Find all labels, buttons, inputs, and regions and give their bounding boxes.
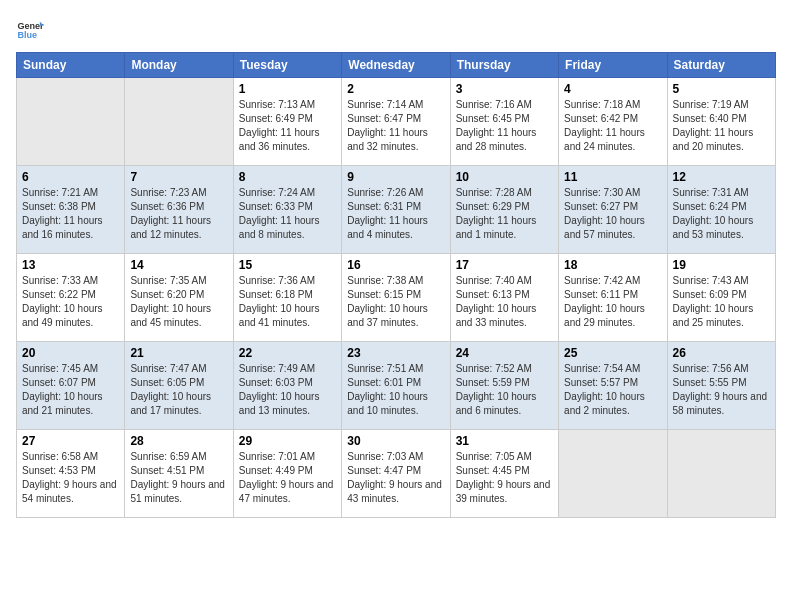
day-info: Sunrise: 7:13 AMSunset: 6:49 PMDaylight:… <box>239 98 336 154</box>
calendar-week-row: 27Sunrise: 6:58 AMSunset: 4:53 PMDayligh… <box>17 430 776 518</box>
calendar-cell: 20Sunrise: 7:45 AMSunset: 6:07 PMDayligh… <box>17 342 125 430</box>
day-info: Sunrise: 7:26 AMSunset: 6:31 PMDaylight:… <box>347 186 444 242</box>
weekday-header: Friday <box>559 53 667 78</box>
logo: General Blue <box>16 16 48 44</box>
day-number: 3 <box>456 82 553 96</box>
day-info: Sunrise: 7:36 AMSunset: 6:18 PMDaylight:… <box>239 274 336 330</box>
weekday-header: Tuesday <box>233 53 341 78</box>
day-number: 30 <box>347 434 444 448</box>
calendar-cell: 13Sunrise: 7:33 AMSunset: 6:22 PMDayligh… <box>17 254 125 342</box>
day-number: 21 <box>130 346 227 360</box>
calendar-cell: 28Sunrise: 6:59 AMSunset: 4:51 PMDayligh… <box>125 430 233 518</box>
calendar-cell: 26Sunrise: 7:56 AMSunset: 5:55 PMDayligh… <box>667 342 775 430</box>
day-info: Sunrise: 7:21 AMSunset: 6:38 PMDaylight:… <box>22 186 119 242</box>
day-number: 29 <box>239 434 336 448</box>
day-number: 15 <box>239 258 336 272</box>
day-number: 8 <box>239 170 336 184</box>
day-number: 28 <box>130 434 227 448</box>
calendar-cell: 21Sunrise: 7:47 AMSunset: 6:05 PMDayligh… <box>125 342 233 430</box>
day-info: Sunrise: 7:03 AMSunset: 4:47 PMDaylight:… <box>347 450 444 506</box>
day-info: Sunrise: 7:40 AMSunset: 6:13 PMDaylight:… <box>456 274 553 330</box>
calendar-body: 1Sunrise: 7:13 AMSunset: 6:49 PMDaylight… <box>17 78 776 518</box>
day-number: 10 <box>456 170 553 184</box>
day-info: Sunrise: 7:47 AMSunset: 6:05 PMDaylight:… <box>130 362 227 418</box>
day-number: 26 <box>673 346 770 360</box>
calendar-cell: 27Sunrise: 6:58 AMSunset: 4:53 PMDayligh… <box>17 430 125 518</box>
day-number: 22 <box>239 346 336 360</box>
day-number: 24 <box>456 346 553 360</box>
calendar-cell: 8Sunrise: 7:24 AMSunset: 6:33 PMDaylight… <box>233 166 341 254</box>
calendar-week-row: 13Sunrise: 7:33 AMSunset: 6:22 PMDayligh… <box>17 254 776 342</box>
calendar-cell: 12Sunrise: 7:31 AMSunset: 6:24 PMDayligh… <box>667 166 775 254</box>
day-info: Sunrise: 7:31 AMSunset: 6:24 PMDaylight:… <box>673 186 770 242</box>
calendar-cell <box>667 430 775 518</box>
day-info: Sunrise: 7:51 AMSunset: 6:01 PMDaylight:… <box>347 362 444 418</box>
day-info: Sunrise: 7:24 AMSunset: 6:33 PMDaylight:… <box>239 186 336 242</box>
day-info: Sunrise: 7:49 AMSunset: 6:03 PMDaylight:… <box>239 362 336 418</box>
day-info: Sunrise: 6:59 AMSunset: 4:51 PMDaylight:… <box>130 450 227 506</box>
calendar-cell: 18Sunrise: 7:42 AMSunset: 6:11 PMDayligh… <box>559 254 667 342</box>
calendar-cell: 22Sunrise: 7:49 AMSunset: 6:03 PMDayligh… <box>233 342 341 430</box>
calendar-cell: 6Sunrise: 7:21 AMSunset: 6:38 PMDaylight… <box>17 166 125 254</box>
day-info: Sunrise: 6:58 AMSunset: 4:53 PMDaylight:… <box>22 450 119 506</box>
day-info: Sunrise: 7:38 AMSunset: 6:15 PMDaylight:… <box>347 274 444 330</box>
day-info: Sunrise: 7:16 AMSunset: 6:45 PMDaylight:… <box>456 98 553 154</box>
calendar-cell: 5Sunrise: 7:19 AMSunset: 6:40 PMDaylight… <box>667 78 775 166</box>
calendar-cell: 23Sunrise: 7:51 AMSunset: 6:01 PMDayligh… <box>342 342 450 430</box>
calendar-header-row: SundayMondayTuesdayWednesdayThursdayFrid… <box>17 53 776 78</box>
calendar-cell: 19Sunrise: 7:43 AMSunset: 6:09 PMDayligh… <box>667 254 775 342</box>
day-number: 17 <box>456 258 553 272</box>
calendar-cell: 29Sunrise: 7:01 AMSunset: 4:49 PMDayligh… <box>233 430 341 518</box>
calendar-cell: 10Sunrise: 7:28 AMSunset: 6:29 PMDayligh… <box>450 166 558 254</box>
day-number: 2 <box>347 82 444 96</box>
calendar-cell: 11Sunrise: 7:30 AMSunset: 6:27 PMDayligh… <box>559 166 667 254</box>
day-number: 16 <box>347 258 444 272</box>
calendar-cell: 25Sunrise: 7:54 AMSunset: 5:57 PMDayligh… <box>559 342 667 430</box>
day-number: 23 <box>347 346 444 360</box>
day-number: 13 <box>22 258 119 272</box>
day-number: 6 <box>22 170 119 184</box>
weekday-header: Saturday <box>667 53 775 78</box>
calendar-cell: 14Sunrise: 7:35 AMSunset: 6:20 PMDayligh… <box>125 254 233 342</box>
day-info: Sunrise: 7:35 AMSunset: 6:20 PMDaylight:… <box>130 274 227 330</box>
day-number: 1 <box>239 82 336 96</box>
day-info: Sunrise: 7:42 AMSunset: 6:11 PMDaylight:… <box>564 274 661 330</box>
calendar-cell: 17Sunrise: 7:40 AMSunset: 6:13 PMDayligh… <box>450 254 558 342</box>
day-number: 19 <box>673 258 770 272</box>
day-info: Sunrise: 7:45 AMSunset: 6:07 PMDaylight:… <box>22 362 119 418</box>
weekday-header: Sunday <box>17 53 125 78</box>
day-number: 7 <box>130 170 227 184</box>
calendar-cell <box>559 430 667 518</box>
day-info: Sunrise: 7:30 AMSunset: 6:27 PMDaylight:… <box>564 186 661 242</box>
day-info: Sunrise: 7:05 AMSunset: 4:45 PMDaylight:… <box>456 450 553 506</box>
day-info: Sunrise: 7:43 AMSunset: 6:09 PMDaylight:… <box>673 274 770 330</box>
day-number: 27 <box>22 434 119 448</box>
day-info: Sunrise: 7:28 AMSunset: 6:29 PMDaylight:… <box>456 186 553 242</box>
day-info: Sunrise: 7:18 AMSunset: 6:42 PMDaylight:… <box>564 98 661 154</box>
calendar-week-row: 6Sunrise: 7:21 AMSunset: 6:38 PMDaylight… <box>17 166 776 254</box>
calendar-cell: 30Sunrise: 7:03 AMSunset: 4:47 PMDayligh… <box>342 430 450 518</box>
day-number: 14 <box>130 258 227 272</box>
day-number: 20 <box>22 346 119 360</box>
day-number: 11 <box>564 170 661 184</box>
calendar-week-row: 20Sunrise: 7:45 AMSunset: 6:07 PMDayligh… <box>17 342 776 430</box>
calendar-cell: 2Sunrise: 7:14 AMSunset: 6:47 PMDaylight… <box>342 78 450 166</box>
logo-icon: General Blue <box>16 16 44 44</box>
calendar-cell <box>125 78 233 166</box>
day-info: Sunrise: 7:54 AMSunset: 5:57 PMDaylight:… <box>564 362 661 418</box>
day-number: 31 <box>456 434 553 448</box>
calendar-cell: 7Sunrise: 7:23 AMSunset: 6:36 PMDaylight… <box>125 166 233 254</box>
calendar-cell: 15Sunrise: 7:36 AMSunset: 6:18 PMDayligh… <box>233 254 341 342</box>
day-number: 18 <box>564 258 661 272</box>
calendar-cell: 3Sunrise: 7:16 AMSunset: 6:45 PMDaylight… <box>450 78 558 166</box>
day-number: 12 <box>673 170 770 184</box>
calendar-cell: 16Sunrise: 7:38 AMSunset: 6:15 PMDayligh… <box>342 254 450 342</box>
calendar-cell <box>17 78 125 166</box>
weekday-header: Monday <box>125 53 233 78</box>
calendar-week-row: 1Sunrise: 7:13 AMSunset: 6:49 PMDaylight… <box>17 78 776 166</box>
weekday-header: Wednesday <box>342 53 450 78</box>
calendar-cell: 4Sunrise: 7:18 AMSunset: 6:42 PMDaylight… <box>559 78 667 166</box>
calendar-cell: 1Sunrise: 7:13 AMSunset: 6:49 PMDaylight… <box>233 78 341 166</box>
page-header: General Blue <box>16 16 776 44</box>
calendar-cell: 24Sunrise: 7:52 AMSunset: 5:59 PMDayligh… <box>450 342 558 430</box>
